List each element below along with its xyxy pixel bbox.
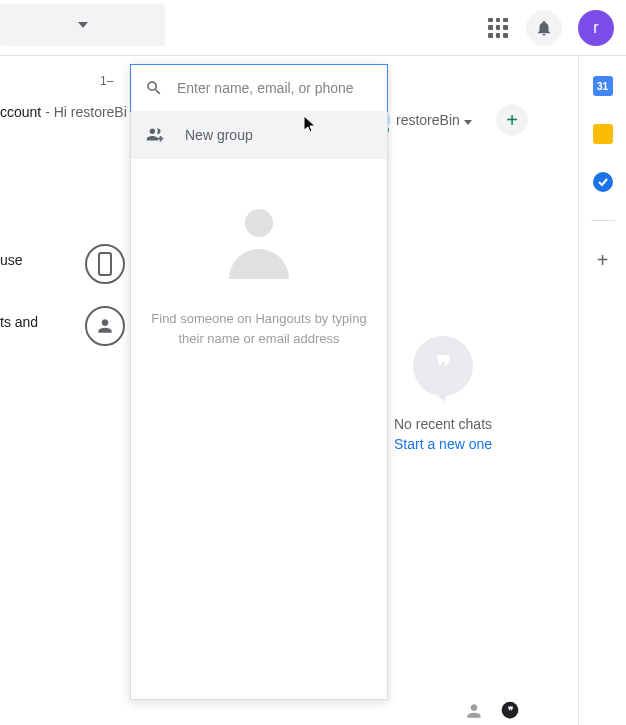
user-name-dropdown[interactable]: restoreBin bbox=[396, 112, 472, 128]
email-preview: - Hi restoreBi bbox=[41, 104, 127, 120]
notifications-button[interactable] bbox=[526, 10, 562, 46]
divider bbox=[591, 220, 615, 221]
google-apps-button[interactable] bbox=[486, 16, 510, 40]
empty-state: Find someone on Hangouts by typing their… bbox=[131, 209, 387, 348]
bell-icon bbox=[535, 19, 553, 37]
email-row[interactable]: ccount - Hi restoreBi bbox=[0, 104, 127, 120]
hangouts-icon: ❞ bbox=[413, 336, 473, 396]
bottom-tabs: ❞ bbox=[464, 701, 520, 721]
chevron-down-icon bbox=[78, 20, 88, 30]
tasks-addon[interactable] bbox=[593, 172, 613, 192]
phone-icon bbox=[97, 252, 113, 276]
side-panel: + bbox=[578, 56, 626, 725]
person-icon-button[interactable] bbox=[85, 306, 125, 346]
person-placeholder-icon bbox=[224, 209, 294, 279]
email-subject: ccount bbox=[0, 104, 41, 120]
calendar-addon[interactable] bbox=[593, 76, 613, 96]
text-fragment: use bbox=[0, 252, 23, 268]
svg-rect-0 bbox=[99, 253, 111, 275]
person-icon bbox=[95, 316, 115, 336]
group-add-icon bbox=[145, 126, 167, 144]
search-row bbox=[130, 64, 388, 112]
new-conversation-popup: New group Find someone on Hangouts by ty… bbox=[130, 64, 388, 700]
add-addon-button[interactable]: + bbox=[597, 249, 609, 272]
hangouts-tab-icon[interactable]: ❞ bbox=[500, 701, 520, 721]
text-fragment: ts and bbox=[0, 314, 38, 330]
phone-icon-button[interactable] bbox=[85, 244, 125, 284]
search-icon bbox=[145, 79, 163, 97]
svg-text:❞: ❞ bbox=[508, 705, 513, 716]
empty-state-text: Find someone on Hangouts by typing their… bbox=[151, 309, 367, 348]
search-input[interactable] bbox=[177, 80, 373, 96]
new-chat-button[interactable]: + bbox=[496, 104, 528, 136]
contacts-tab-icon[interactable] bbox=[464, 701, 484, 721]
new-group-label: New group bbox=[185, 127, 253, 143]
category-dropdown[interactable] bbox=[0, 4, 165, 46]
new-group-button[interactable]: New group bbox=[131, 111, 387, 159]
keep-addon[interactable] bbox=[593, 124, 613, 144]
chevron-down-icon bbox=[464, 120, 472, 125]
account-avatar[interactable]: r bbox=[578, 10, 614, 46]
check-icon bbox=[597, 176, 609, 188]
pagination-text: 1– bbox=[100, 74, 113, 88]
